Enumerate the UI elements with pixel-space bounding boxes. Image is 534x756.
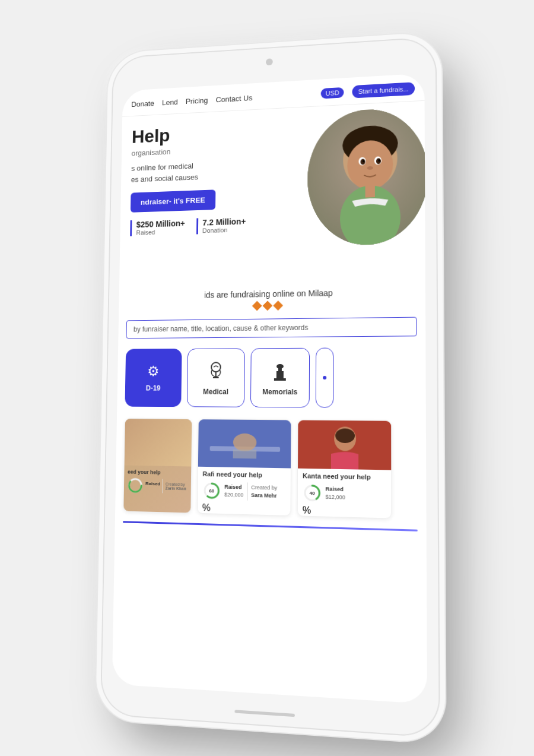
category-more[interactable] <box>316 347 334 407</box>
hero-stats: $250 Million+ Raised 7.2 Million+ Donati… <box>130 216 282 236</box>
search-bar[interactable]: by funraiser name, title, location, caus… <box>126 317 417 339</box>
category-covid-label: D-19 <box>146 384 161 392</box>
svg-rect-24 <box>210 446 280 452</box>
hero-cta-button[interactable]: ndraiser- it's FREE <box>131 189 215 212</box>
svg-rect-26 <box>233 449 257 458</box>
stat-raised-label: Raised <box>136 227 185 236</box>
campaign-kanta-body: Kanta need your help 40% <box>298 468 392 508</box>
campaign-list: eed your help Raised Created byZarin Kha… <box>115 412 427 530</box>
svg-point-32 <box>305 485 319 500</box>
nav-donate[interactable]: Donate <box>131 99 154 108</box>
campaign-rafi-title: Rafi need your help <box>202 470 285 479</box>
bottom-accent-line <box>123 521 418 532</box>
progress-circle-rafi: 60% <box>202 480 221 500</box>
currency-selector[interactable]: USD <box>321 87 344 99</box>
stat-raised: $250 Million+ Raised <box>130 219 185 236</box>
svg-rect-19 <box>278 367 282 373</box>
category-memorials-label: Memorials <box>262 387 297 396</box>
progress-pct-rafi: 60 <box>209 488 214 493</box>
stat-donation: 7.2 Million+ Donation <box>196 217 246 235</box>
campaign-card-rafi[interactable]: Rafi need your help 60% <box>197 419 291 516</box>
svg-point-6 <box>374 156 382 165</box>
hero-section: Help organisation s online for medical e… <box>119 100 425 284</box>
svg-point-14 <box>211 362 221 371</box>
category-list: ⚙ D-19 <box>117 341 426 415</box>
memorials-icon <box>272 359 288 382</box>
campaign-rafi-progress: 60% Raised $20,000 Created by Sara Mehr <box>202 480 286 501</box>
campaign-rafi-meta: Raised $20,000 <box>224 483 243 499</box>
start-fundraiser-nav-button[interactable]: Start a fundrais... <box>352 82 415 98</box>
screen-content: Donate Lend Pricing Contact Us USD Start… <box>112 73 427 704</box>
svg-point-4 <box>347 139 393 190</box>
svg-rect-18 <box>274 378 286 381</box>
stat-donation-label: Donation <box>202 226 246 234</box>
campaign-kanta-progress: 40% Raised $12,000 <box>303 483 386 504</box>
svg-point-8 <box>376 158 381 164</box>
category-medical[interactable]: Medical <box>187 348 245 407</box>
category-medical-label: Medical <box>203 387 228 396</box>
diamond-icon-1 <box>252 300 262 311</box>
svg-point-9 <box>363 160 364 162</box>
stat-donation-value: 7.2 Million+ <box>202 217 246 227</box>
diamond-icon-3 <box>273 300 283 311</box>
tagline-text: ids are fundraising online on Milaap <box>129 286 414 300</box>
hero-text: Help organisation s online for medical e… <box>130 119 283 236</box>
svg-point-12 <box>340 184 401 246</box>
progress-pct-kanta: 40 <box>310 490 315 495</box>
diamond-decoration <box>129 300 414 311</box>
more-dot <box>323 375 326 379</box>
phone-camera <box>266 58 273 65</box>
campaign-rafi-creator: Created by Sara Mehr <box>251 484 277 500</box>
svg-point-5 <box>358 157 365 165</box>
campaign-rafi-body: Rafi need your help 60% <box>198 466 291 505</box>
svg-point-33 <box>305 485 319 500</box>
tagline-section: ids are fundraising online on Milaap <box>119 279 425 316</box>
phone-home-bar <box>234 710 294 717</box>
hero-title: Help <box>132 119 283 147</box>
category-memorials[interactable]: Memorials <box>250 347 310 407</box>
svg-rect-20 <box>276 363 284 368</box>
campaign-kanta-meta: Raised $12,000 <box>326 485 345 501</box>
nav-lend[interactable]: Lend <box>162 97 178 107</box>
svg-point-10 <box>378 159 380 162</box>
svg-rect-29 <box>298 420 392 470</box>
phone-power-button <box>436 155 439 203</box>
svg-point-11 <box>367 166 373 169</box>
meta-divider <box>247 482 247 500</box>
campaign-card-partial[interactable]: eed your help Raised Created byZarin Kha… <box>123 418 192 513</box>
campaign-kanta-title: Kanta need your help <box>303 472 386 480</box>
nav-pricing[interactable]: Pricing <box>186 96 208 105</box>
svg-point-30 <box>334 426 356 451</box>
hero-description: s online for medical es and social cause… <box>131 156 283 185</box>
diamond-icon-2 <box>263 300 273 311</box>
category-covid[interactable]: ⚙ D-19 <box>125 349 182 407</box>
progress-circle-kanta: 40% <box>303 483 322 503</box>
svg-point-7 <box>361 159 365 165</box>
stat-raised-value: $250 Million+ <box>136 219 185 229</box>
svg-rect-17 <box>276 371 284 379</box>
campaign-card-kanta[interactable]: Kanta need your help 40% <box>297 419 392 518</box>
phone-body: Donate Lend Pricing Contact Us USD Start… <box>101 37 439 736</box>
phone-mockup: Donate Lend Pricing Contact Us USD Start… <box>101 37 439 736</box>
nav-contact[interactable]: Contact Us <box>216 93 253 104</box>
covid-icon: ⚙ <box>147 363 160 379</box>
svg-point-31 <box>335 428 355 443</box>
svg-rect-1 <box>307 106 427 246</box>
svg-rect-23 <box>198 419 292 468</box>
svg-rect-13 <box>365 185 375 197</box>
phone-screen: Donate Lend Pricing Contact Us USD Start… <box>112 73 427 704</box>
hero-image <box>307 106 427 246</box>
medical-icon <box>206 359 225 382</box>
